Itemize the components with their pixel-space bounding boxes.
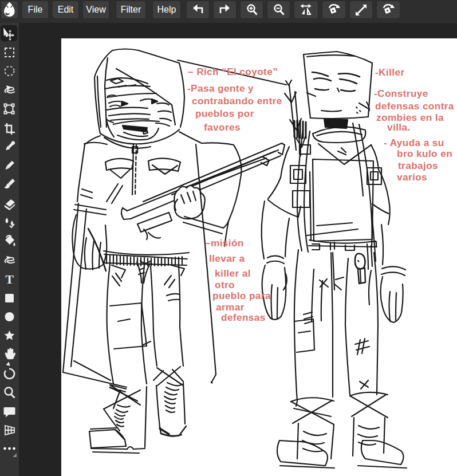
svg-text:armar: armar bbox=[216, 301, 245, 313]
svg-text:– Rich “El coyote”: – Rich “El coyote” bbox=[188, 66, 278, 77]
svg-text:T: T bbox=[5, 272, 14, 286]
svg-text:bro kulo en: bro kulo en bbox=[397, 148, 452, 159]
svg-text:defensas: defensas bbox=[221, 312, 266, 323]
svg-text:otro: otro bbox=[215, 279, 235, 290]
svg-text:contrabando entre: contrabando entre bbox=[192, 95, 282, 107]
svg-text:llevar a: llevar a bbox=[209, 253, 245, 264]
svg-text:-Pasa gente y: -Pasa gente y bbox=[187, 82, 254, 94]
svg-text:villa.: villa. bbox=[387, 121, 411, 133]
svg-text:-Killer: -Killer bbox=[375, 66, 405, 78]
svg-text:trabajos: trabajos bbox=[398, 160, 438, 171]
svg-text:-Construye: -Construye bbox=[374, 88, 428, 99]
svg-text:killer al: killer al bbox=[215, 267, 251, 279]
svg-text:–misión: –misión bbox=[205, 237, 244, 249]
svg-text:favores: favores bbox=[204, 121, 241, 133]
svg-text:- Ayuda a su: - Ayuda a su bbox=[384, 137, 444, 148]
svg-text:pueblo para: pueblo para bbox=[212, 290, 271, 301]
svg-text:varios: varios bbox=[397, 171, 427, 183]
svg-text:defensas contra: defensas contra bbox=[375, 100, 454, 112]
svg-text:pueblos por: pueblos por bbox=[195, 108, 254, 119]
